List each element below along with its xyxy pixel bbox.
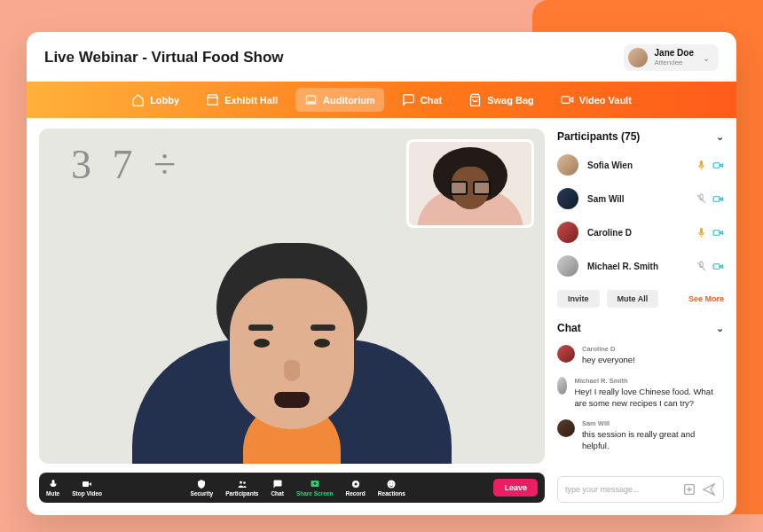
svg-rect-0 (208, 98, 217, 105)
ctrl-label: Mute (46, 490, 59, 497)
chat-title: Chat (557, 322, 581, 334)
nav-lobby[interactable]: Lobby (122, 88, 188, 112)
ctrl-label: Reactions (378, 490, 405, 497)
chat-icon (272, 479, 283, 489)
chat-body: Hey! I really love Chinese food. What ar… (574, 387, 724, 410)
svg-point-9 (388, 481, 396, 489)
nav-video-vault[interactable]: Video Vault (552, 88, 641, 112)
svg-line-13 (697, 195, 705, 203)
video-icon (561, 93, 574, 106)
mic-off-icon (696, 261, 707, 272)
chat-message: Sam Will this session is really great an… (557, 418, 724, 454)
chat-author: Sam Will (582, 419, 724, 427)
chat-author: Caroline D (582, 345, 635, 353)
shield-icon (196, 479, 207, 489)
svg-line-16 (697, 262, 705, 270)
ctrl-label: Stop Video (72, 490, 102, 497)
avatar (557, 154, 578, 176)
avatar (557, 377, 567, 395)
user-menu[interactable]: Jane Doe Attendee ⌄ (624, 44, 719, 71)
ctrl-label: Chat (271, 490, 283, 497)
reactions-button[interactable]: Reactions (378, 479, 405, 497)
people-icon (237, 479, 248, 489)
svg-rect-1 (307, 96, 316, 102)
avatar (557, 188, 578, 209)
avatar (557, 222, 578, 243)
call-controls: Mute Stop Video Security Participants (39, 473, 545, 503)
nav-chat[interactable]: Chat (393, 88, 451, 112)
bag-icon (468, 93, 482, 106)
laptop-icon (304, 93, 318, 106)
avatar (557, 255, 578, 277)
mute-button[interactable]: Mute (46, 479, 59, 497)
ctrl-label: Share Screen (296, 490, 334, 497)
see-more-link[interactable]: See More (688, 294, 724, 303)
home-icon (131, 93, 145, 106)
share-screen-button[interactable]: Share Screen (296, 479, 334, 497)
participant-name: Caroline D (587, 228, 687, 238)
user-name: Jane Doe (655, 49, 694, 58)
svg-point-4 (240, 481, 242, 484)
ctrl-label: Participants (225, 490, 258, 497)
participant-row: Caroline D (557, 219, 724, 246)
video-icon (82, 479, 92, 489)
mic-icon (48, 479, 59, 489)
security-button[interactable]: Security (191, 479, 214, 497)
participants-header[interactable]: Participants (75) ⌄ (557, 129, 724, 145)
chat-input-row (557, 476, 724, 503)
nav-label: Chat (421, 95, 442, 106)
nav-label: Lobby (150, 95, 179, 106)
app-window: Live Webinar - Virtual Food Show Jane Do… (27, 32, 736, 515)
nav-label: Video Vault (579, 95, 632, 106)
header: Live Webinar - Virtual Food Show Jane Do… (27, 32, 736, 82)
chat-message: Caroline D hey everyone! (557, 343, 724, 368)
participant-row: Michael R. Smith (557, 253, 724, 279)
chat-header[interactable]: Chat ⌄ (557, 320, 724, 336)
participant-row: Sam Will (557, 185, 724, 212)
participant-name: Michael R. Smith (587, 262, 687, 271)
record-icon (350, 479, 361, 489)
main-nav: Lobby Exhibit Hall Auditorium Chat Swag … (27, 82, 736, 118)
chat-message: Michael R. Smith Hey! I really love Chin… (557, 375, 724, 411)
nav-label: Exhibit Hall (224, 95, 278, 106)
participants-title: Participants (75) (557, 130, 640, 143)
chat-body: hey everyone! (582, 355, 635, 366)
mic-off-icon (696, 193, 707, 205)
chat-button[interactable]: Chat (271, 479, 283, 497)
pip-video[interactable] (406, 139, 534, 228)
nav-exhibit-hall[interactable]: Exhibit Hall (197, 88, 287, 112)
camera-on-icon (712, 193, 724, 205)
chevron-down-icon: ⌄ (716, 131, 724, 143)
chat-author: Michael R. Smith (574, 377, 724, 385)
leave-button[interactable]: Leave (493, 479, 538, 497)
page-title: Live Webinar - Virtual Food Show (44, 49, 284, 66)
participant-name: Sofia Wien (587, 160, 687, 170)
whiteboard-text: 3 7 ÷ (71, 141, 181, 188)
invite-button[interactable]: Invite (557, 290, 600, 308)
participants-button[interactable]: Participants (225, 479, 258, 497)
ctrl-label: Record (345, 490, 365, 497)
nav-auditorium[interactable]: Auditorium (295, 88, 384, 112)
participant-row: Sofia Wien (557, 152, 724, 178)
smile-icon (386, 479, 397, 489)
mic-on-icon (696, 160, 707, 171)
chat-icon (402, 93, 415, 106)
avatar (557, 345, 575, 363)
stop-video-button[interactable]: Stop Video (72, 479, 102, 497)
main-video: 3 7 ÷ (39, 129, 545, 464)
send-icon[interactable] (702, 482, 716, 497)
attach-icon[interactable] (682, 482, 696, 497)
nav-swag-bag[interactable]: Swag Bag (460, 88, 543, 112)
chevron-down-icon: ⌄ (716, 323, 724, 334)
svg-point-5 (243, 481, 246, 484)
svg-point-8 (354, 483, 357, 486)
svg-rect-2 (562, 97, 570, 104)
avatar (557, 419, 575, 437)
mute-all-button[interactable]: Mute All (607, 290, 659, 308)
chat-body: this session is really great and helpful… (582, 429, 724, 452)
record-button[interactable]: Record (345, 479, 365, 497)
camera-on-icon (712, 160, 724, 171)
mic-on-icon (696, 227, 707, 239)
storefront-icon (206, 93, 219, 106)
chat-input[interactable] (565, 485, 677, 494)
